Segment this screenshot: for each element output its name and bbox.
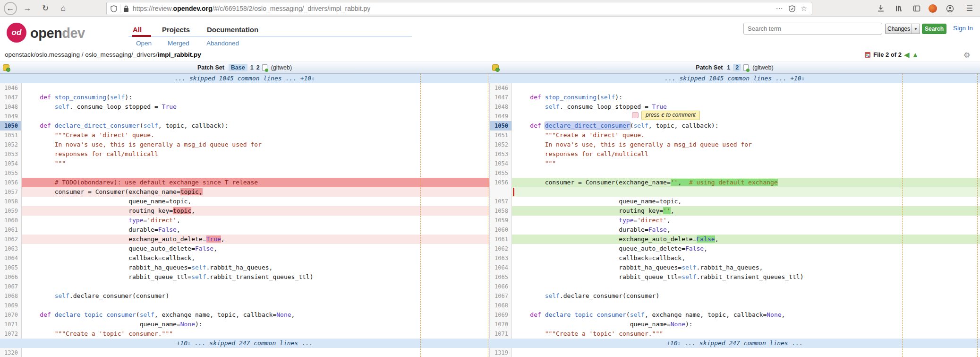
- patchset-option-2[interactable]: 2: [256, 64, 260, 71]
- code-line-left[interactable]: [22, 112, 489, 121]
- line-number-left[interactable]: 1058: [0, 197, 22, 206]
- tab-documentation[interactable]: Documentation: [207, 26, 258, 34]
- line-number-left[interactable]: 1051: [0, 131, 22, 140]
- line-number-left[interactable]: 1050: [0, 121, 22, 131]
- opendev-logo-icon[interactable]: od: [7, 23, 26, 43]
- code-line-left[interactable]: type='direct',: [22, 216, 489, 225]
- forward-icon[interactable]: →: [21, 2, 34, 15]
- bookmark-star-icon[interactable]: ☆: [801, 4, 807, 13]
- line-number-right[interactable]: 1048: [489, 102, 512, 112]
- scope-select[interactable]: Changes▼: [885, 24, 920, 34]
- line-number-right[interactable]: 1058: [489, 206, 512, 216]
- expand-link[interactable]: +10: [666, 340, 677, 347]
- line-number-left[interactable]: 1049: [0, 112, 22, 121]
- line-number-right[interactable]: 1319: [489, 348, 512, 357]
- code-line-right[interactable]: def declare_direct_consumer(self, topic,…: [512, 121, 980, 131]
- code-line-left[interactable]: [22, 301, 489, 310]
- reload-icon[interactable]: ↻: [39, 2, 52, 15]
- code-line-left[interactable]: responses for call/multicall: [22, 149, 489, 159]
- expand-link[interactable]: +10: [177, 340, 187, 347]
- edit-icon[interactable]: [492, 64, 499, 71]
- line-number-left[interactable]: 1052: [0, 140, 22, 149]
- search-input[interactable]: [743, 23, 882, 35]
- line-number-left[interactable]: 1066: [0, 272, 22, 282]
- line-number-right[interactable]: 1049: [489, 112, 512, 121]
- url-bar[interactable]: https://review.opendev.org/#/c/669158/2/…: [106, 2, 812, 15]
- line-number-right[interactable]: 1060: [489, 225, 512, 235]
- code-line-left[interactable]: rabbit_queue_ttl=self.rabbit_transient_q…: [22, 272, 489, 282]
- code-line-right[interactable]: def stop_consuming(self):: [512, 93, 980, 102]
- code-line-right[interactable]: durable=False,: [512, 225, 980, 235]
- code-line-right[interactable]: self._consume_loop_stopped = True: [512, 102, 980, 112]
- subtab-merged[interactable]: Merged: [168, 40, 189, 47]
- diff-preferences-gear-icon[interactable]: ⚙: [963, 51, 970, 60]
- line-number-right[interactable]: 1063: [489, 253, 512, 263]
- edit-icon[interactable]: [3, 64, 9, 71]
- code-line-left[interactable]: callback=callback,: [22, 253, 489, 263]
- line-number-left[interactable]: 1055: [0, 168, 22, 178]
- line-number-right[interactable]: 1053: [489, 149, 512, 159]
- account-icon[interactable]: [944, 2, 956, 15]
- code-line-left[interactable]: """Create a 'direct' queue.: [22, 131, 489, 140]
- code-line-left[interactable]: def declare_topic_consumer(self, exchang…: [22, 310, 489, 320]
- code-line-right[interactable]: [512, 187, 980, 197]
- code-line-right[interactable]: [512, 168, 980, 178]
- code-line-left[interactable]: In nova's use, this is generally a msg_i…: [22, 140, 489, 149]
- code-line-right[interactable]: [512, 348, 980, 357]
- line-number-right[interactable]: 1065: [489, 272, 512, 282]
- code-line-left[interactable]: queue_name=topic,: [22, 197, 489, 206]
- code-line-left[interactable]: routing_key=topic,: [22, 206, 489, 216]
- line-number-left[interactable]: 1072: [0, 329, 22, 339]
- code-line-left[interactable]: [22, 168, 489, 178]
- expand-link[interactable]: +10: [790, 75, 801, 82]
- code-line-right[interactable]: rabbit_ha_queues=self.rabbit_ha_queues,: [512, 263, 980, 272]
- expand-arrows-icon[interactable]: ⇕: [677, 340, 681, 347]
- line-number-left[interactable]: 1065: [0, 263, 22, 272]
- line-number-right[interactable]: 1055: [489, 168, 512, 178]
- subtab-abandoned[interactable]: Abandoned: [206, 40, 239, 47]
- line-number-right[interactable]: [489, 187, 512, 197]
- code-line-left[interactable]: self._consume_loop_stopped = True: [22, 102, 489, 112]
- code-line-left[interactable]: durable=False,: [22, 225, 489, 235]
- code-line-left[interactable]: [22, 282, 489, 291]
- menu-icon[interactable]: ☰: [963, 2, 976, 15]
- code-line-right[interactable]: [512, 83, 980, 93]
- line-number-left[interactable]: 1320: [0, 348, 22, 357]
- code-line-right[interactable]: exchange_auto_delete=False,: [512, 235, 980, 244]
- line-number-right[interactable]: 1062: [489, 244, 512, 253]
- sidebar-icon[interactable]: [911, 2, 923, 15]
- expand-arrows-icon[interactable]: ⇕: [311, 75, 315, 82]
- line-number-right[interactable]: 1059: [489, 216, 512, 225]
- line-number-left[interactable]: 1062: [0, 235, 22, 244]
- pocket-shield-icon[interactable]: [789, 5, 795, 12]
- code-line-right[interactable]: [512, 282, 980, 291]
- line-number-left[interactable]: 1059: [0, 206, 22, 216]
- home-icon[interactable]: ⌂: [57, 2, 70, 15]
- code-line-right[interactable]: queue_name=topic,: [512, 197, 980, 206]
- library-icon[interactable]: [893, 2, 905, 15]
- line-number-left[interactable]: 1068: [0, 291, 22, 301]
- code-line-left[interactable]: consumer = Consumer(exchange_name=topic,: [22, 187, 489, 197]
- line-number-right[interactable]: 1046: [489, 83, 512, 93]
- code-line-left[interactable]: """: [22, 159, 489, 168]
- line-number-right[interactable]: 1064: [489, 263, 512, 272]
- code-line-left[interactable]: [22, 348, 489, 357]
- page-actions-icon[interactable]: ⋯: [776, 4, 783, 13]
- gitweb-link[interactable]: (gitweb): [752, 64, 773, 71]
- url-text[interactable]: https://review.opendev.org/#/c/669158/2/…: [133, 5, 776, 12]
- line-number-right[interactable]: 1069: [489, 310, 512, 320]
- code-line-right[interactable]: rabbit_queue_ttl=self.rabbit_transient_q…: [512, 272, 980, 282]
- code-line-left[interactable]: def declare_direct_consumer(self, topic,…: [22, 121, 489, 131]
- code-line-right[interactable]: In nova's use, this is generally a msg_i…: [512, 140, 980, 149]
- code-line-right[interactable]: responses for call/multicall: [512, 149, 980, 159]
- code-line-right[interactable]: def declare_topic_consumer(self, exchang…: [512, 310, 980, 320]
- line-number-left[interactable]: 1047: [0, 93, 22, 102]
- up-to-change-icon[interactable]: ▲: [912, 51, 919, 58]
- gitweb-link[interactable]: (gitweb): [271, 64, 292, 71]
- code-line-left[interactable]: exchange_auto_delete=True,: [22, 235, 489, 244]
- expand-link[interactable]: +10: [300, 75, 311, 82]
- line-number-left[interactable]: 1070: [0, 310, 22, 320]
- line-number-left[interactable]: 1053: [0, 149, 22, 159]
- line-number-left[interactable]: 1064: [0, 253, 22, 263]
- file-page-icon[interactable]: [262, 64, 267, 71]
